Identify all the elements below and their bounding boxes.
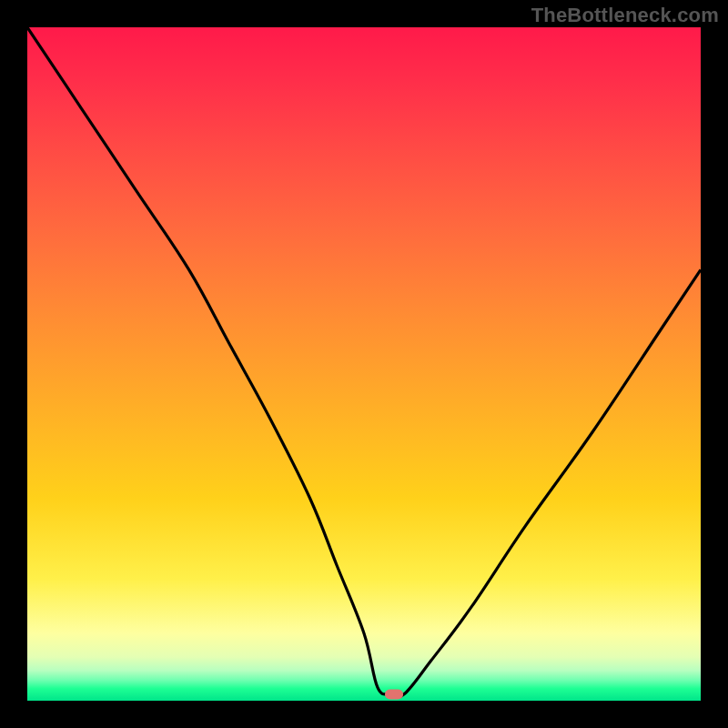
plot-area <box>27 27 701 701</box>
chart-frame: TheBottleneck.com <box>0 0 728 728</box>
optimal-marker <box>385 689 403 699</box>
bottleneck-curve <box>27 27 701 701</box>
curve-path <box>27 27 701 697</box>
watermark-text: TheBottleneck.com <box>531 4 719 27</box>
